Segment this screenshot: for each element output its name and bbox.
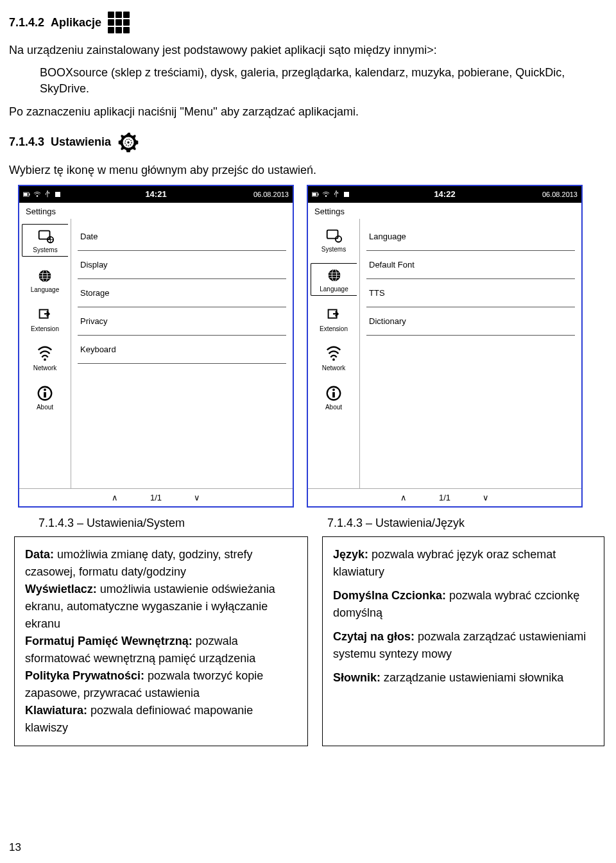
setting-tts[interactable]: TTS <box>366 279 575 307</box>
svg-point-35 <box>332 358 335 361</box>
heading-settings: 7.1.4.3 Ustawienia <box>9 132 607 153</box>
tab-language[interactable]: Language <box>311 263 357 296</box>
tab-label: Systems <box>33 246 57 253</box>
label-tts: Czytaj na głos: <box>333 630 415 643</box>
status-time: 14:22 <box>434 189 455 199</box>
svg-rect-4 <box>29 193 30 195</box>
extension-icon <box>325 306 343 324</box>
setting-privacy[interactable]: Privacy <box>78 307 286 336</box>
network-icon <box>36 345 54 363</box>
status-icons-left <box>23 191 62 198</box>
apps-intro: Na urządzeniu zainstalowany jest podstaw… <box>9 42 607 58</box>
chevron-up-icon[interactable]: ∧ <box>112 493 118 502</box>
apps-grid-icon <box>108 12 130 33</box>
status-date: 06.08.2013 <box>253 191 289 198</box>
about-icon <box>325 384 343 402</box>
tab-language[interactable]: Language <box>22 264 68 296</box>
usb-icon <box>332 191 340 198</box>
heading-number-2: 7.1.4.3 <box>9 135 44 149</box>
setting-language[interactable]: Language <box>366 223 575 251</box>
tab-network[interactable]: Network <box>311 343 357 374</box>
gear-icon <box>117 132 139 153</box>
tab-label: Language <box>320 286 348 293</box>
language-icon <box>325 266 343 284</box>
setting-dictionary[interactable]: Dictionary <box>366 307 575 336</box>
chevron-down-icon[interactable]: ∨ <box>483 493 489 502</box>
tab-label: Systems <box>321 246 346 253</box>
tab-network[interactable]: Network <box>22 343 68 374</box>
apps-list: BOOXsource (sklep z treściami), dysk, ga… <box>9 65 607 97</box>
chevron-up-icon[interactable]: ∧ <box>400 493 407 502</box>
svg-rect-23 <box>312 193 316 196</box>
side-tabs: Systems Language Extension Network About <box>19 219 71 488</box>
status-bar: 14:21 06.08.2013 <box>19 186 293 203</box>
svg-point-24 <box>325 195 327 197</box>
network-icon <box>325 345 343 363</box>
label-keyboard: Klawiatura: <box>25 704 87 717</box>
text-data: umożliwia zmianę daty, godziny, strefy c… <box>25 548 252 578</box>
svg-point-17 <box>44 358 46 361</box>
svg-rect-38 <box>332 392 335 397</box>
label-font: Domyślna Czcionka: <box>333 589 446 602</box>
setting-storage[interactable]: Storage <box>78 279 286 307</box>
svg-point-2 <box>127 141 129 143</box>
tab-label: About <box>325 404 342 411</box>
tab-label: Network <box>33 364 57 372</box>
battery-icon <box>23 191 31 198</box>
tab-label: About <box>37 404 53 411</box>
heading-number: 7.1.4.2 <box>9 16 44 30</box>
about-icon <box>36 384 54 402</box>
pager: ∧ 1/1 ∨ <box>308 488 581 506</box>
infobox-language: Język: pozwala wybrać język oraz schemat… <box>322 536 604 746</box>
tab-about[interactable]: About <box>22 382 68 413</box>
status-bar: 14:22 06.08.2013 <box>308 186 581 203</box>
side-tabs: Systems Language Extension Network About <box>308 219 359 488</box>
brightness-icon <box>54 191 62 198</box>
label-data: Data: <box>25 548 54 561</box>
setting-keyboard[interactable]: Keyboard <box>78 336 286 364</box>
tab-systems[interactable]: Systems <box>311 224 357 255</box>
svg-rect-20 <box>44 392 46 397</box>
wifi-icon <box>322 191 330 198</box>
infobox-system: Data: umożliwia zmianę daty, godziny, st… <box>14 536 308 746</box>
brightness-icon <box>343 191 350 198</box>
settings-header: Settings <box>308 203 581 219</box>
settings-header: Settings <box>19 203 293 219</box>
label-dict: Słownik: <box>333 671 381 684</box>
page-indicator: 1/1 <box>439 493 450 502</box>
tab-extension[interactable]: Extension <box>22 303 68 335</box>
heading-title: Aplikacje <box>51 16 101 30</box>
usb-icon <box>44 191 51 198</box>
svg-point-19 <box>44 388 46 391</box>
caption-right: 7.1.4.3 – Ustawienia/Język <box>327 517 603 530</box>
screenshot-systems: 14:21 06.08.2013 Settings Systems Langua… <box>18 185 294 508</box>
content-pane: Language Default Font TTS Dictionary <box>359 219 581 488</box>
settings-desc: Wybierz tę ikonę w menu głównym aby prze… <box>9 162 607 178</box>
tab-about[interactable]: About <box>311 382 357 413</box>
svg-rect-8 <box>55 192 60 197</box>
page-indicator: 1/1 <box>150 493 162 502</box>
heading-apps: 7.1.4.2 Aplikacje <box>9 12 607 33</box>
tab-extension[interactable]: Extension <box>311 303 357 335</box>
svg-point-6 <box>37 195 38 197</box>
setting-date[interactable]: Date <box>78 223 286 251</box>
chevron-down-icon[interactable]: ∨ <box>194 493 200 502</box>
tab-systems[interactable]: Systems <box>22 224 68 257</box>
setting-display[interactable]: Display <box>78 251 286 279</box>
status-time: 14:21 <box>145 189 166 199</box>
pager: ∧ 1/1 ∨ <box>19 488 293 506</box>
caption-left: 7.1.4.3 – Ustawienia/System <box>38 517 314 530</box>
status-date: 06.08.2013 <box>542 191 578 198</box>
text-dict: zarządzanie ustawieniami słownika <box>381 671 563 684</box>
apps-note: Po zaznaczeniu aplikacji naciśnij ''Menu… <box>9 104 607 120</box>
label-privacy: Polityka Prywatności: <box>25 669 144 682</box>
svg-rect-26 <box>344 192 349 197</box>
wifi-icon <box>33 191 41 198</box>
svg-point-25 <box>336 191 337 192</box>
label-display: Wyświetlacz: <box>25 583 97 595</box>
content-pane: Date Display Storage Privacy Keyboard <box>71 219 293 488</box>
setting-default-font[interactable]: Default Font <box>366 251 575 279</box>
screenshot-language: 14:22 06.08.2013 Settings Systems Langua… <box>307 185 583 508</box>
extension-icon <box>36 306 54 324</box>
label-lang: Język: <box>333 548 368 561</box>
